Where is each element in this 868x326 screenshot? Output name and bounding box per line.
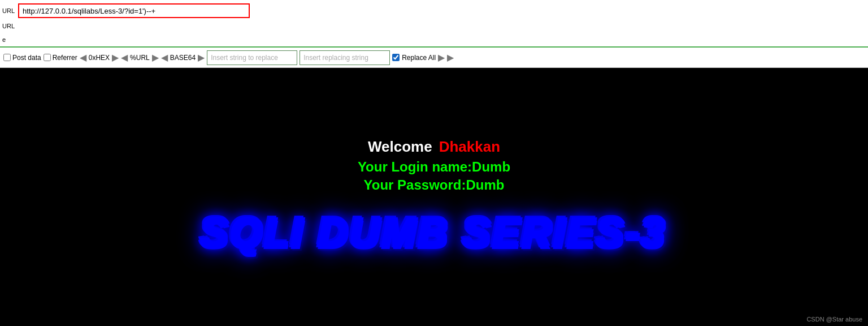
url-row-2: URL	[0, 19, 868, 33]
url-label-2: URL	[2, 23, 18, 29]
insert-string-input[interactable]	[207, 50, 297, 65]
series-title: SQLI DUMB SERIES-3	[201, 210, 667, 256]
welcome-text: Welcome	[368, 138, 432, 156]
url-row-3: e	[0, 33, 868, 46]
base64-arrow-left-icon[interactable]	[161, 52, 168, 63]
url-encode-label: %URL	[130, 54, 150, 62]
post-data-label: Post data	[12, 54, 41, 62]
replace-all-checkbox[interactable]	[392, 54, 400, 61]
url-label: URL	[2, 7, 18, 14]
post-data-item: Post data	[3, 54, 41, 62]
hex-arrow-right-icon[interactable]	[112, 52, 119, 63]
url-input[interactable]	[18, 3, 250, 18]
url-bar-section: URL URL e	[0, 0, 868, 48]
replace-arrow-right-icon[interactable]	[438, 52, 445, 63]
url-label-3: e	[2, 36, 18, 43]
username-display: Dhakkan	[439, 138, 500, 156]
toolbar: Post data Referrer 0xHEX %URL BASE64 Rep…	[0, 48, 868, 68]
hex-arrow-left-icon[interactable]	[80, 52, 86, 63]
referrer-label: Referrer	[53, 54, 77, 62]
insert-replacing-input[interactable]	[300, 50, 390, 65]
hex-label: 0xHEX	[89, 54, 110, 62]
footer-credit: CSDN @Star abuse	[806, 316, 862, 323]
page-wrapper: URL URL e Post data Referrer 0xHEX %URL …	[0, 0, 868, 326]
url-arrow-right-icon[interactable]	[152, 52, 159, 63]
url-row-1: URL	[0, 2, 868, 19]
login-name-display: Your Login name:Dumb	[358, 159, 510, 175]
password-display: Your Password:Dumb	[364, 177, 505, 193]
replace-arrow-right-2-icon[interactable]	[447, 52, 454, 63]
post-data-checkbox[interactable]	[3, 54, 11, 61]
welcome-section: Welcome Dhakkan	[368, 138, 500, 156]
replace-all-label: Replace All	[402, 54, 436, 62]
main-content: Welcome Dhakkan Your Login name:Dumb You…	[0, 68, 868, 326]
base64-label: BASE64	[170, 54, 196, 62]
base64-arrow-right-icon[interactable]	[198, 52, 205, 63]
referrer-checkbox[interactable]	[44, 54, 51, 61]
url-arrow-left-icon[interactable]	[121, 52, 128, 63]
referrer-item: Referrer	[44, 54, 77, 62]
